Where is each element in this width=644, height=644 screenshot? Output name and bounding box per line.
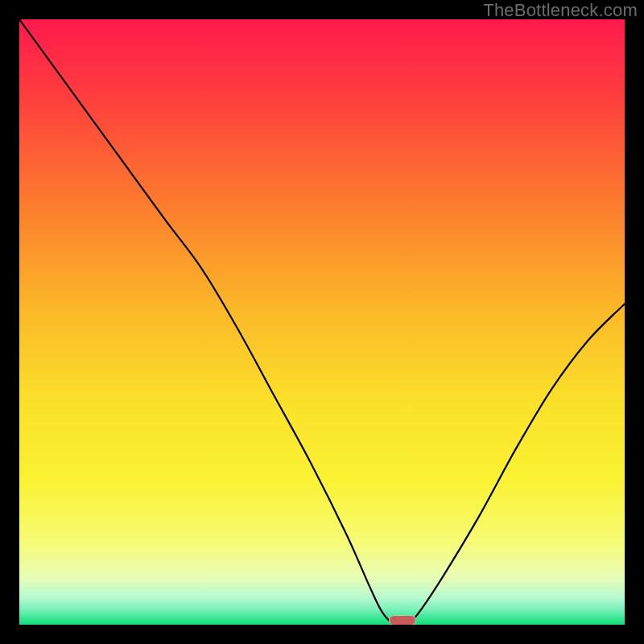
bottleneck-curve xyxy=(19,19,625,625)
plot-area xyxy=(19,19,625,625)
chart-frame: TheBottleneck.com xyxy=(0,0,644,644)
watermark-text: TheBottleneck.com xyxy=(483,0,638,21)
optimal-marker xyxy=(389,615,416,625)
